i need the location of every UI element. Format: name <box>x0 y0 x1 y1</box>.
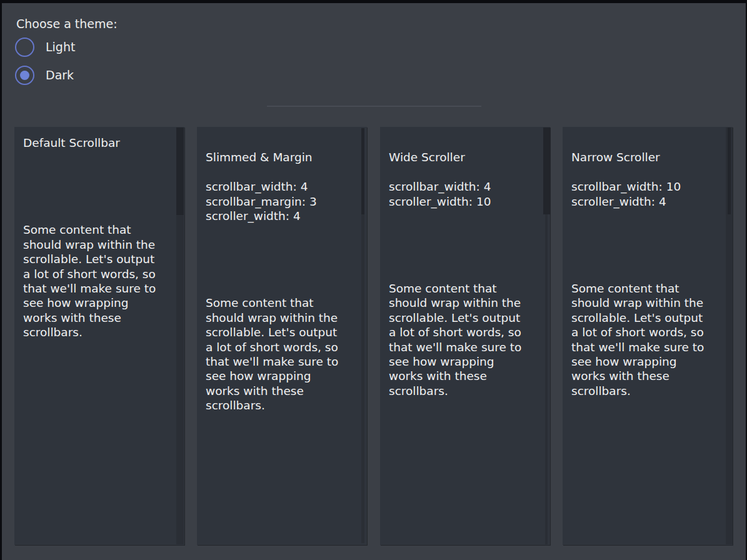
panel-content: Some content that should wrap within the… <box>389 281 531 398</box>
panel-content: Some content that should wrap within the… <box>23 222 166 339</box>
scrollbar-demo-panel-default[interactable]: Default Scrollbar Some content that shou… <box>14 127 184 545</box>
section-divider <box>267 106 481 107</box>
scrollbar-thumb[interactable] <box>543 128 550 214</box>
app-background: Choose a theme: Light Dark Default Scrol… <box>2 3 746 560</box>
radio-label-dark: Dark <box>46 68 74 82</box>
scrollbar-demo-panel-wide[interactable]: Wide Scroller scrollbar_width: 4 scrolle… <box>380 127 550 545</box>
panel-config: scrollbar_width: 10 scroller_width: 4 <box>571 180 681 208</box>
radio-option-light[interactable]: Light <box>15 37 75 57</box>
panel-title: Narrow Scroller <box>571 151 660 164</box>
radio-selected-icon[interactable] <box>15 66 34 85</box>
panel-title: Wide Scroller <box>389 151 465 164</box>
panel-content: Some content that should wrap within the… <box>206 296 348 412</box>
panel-config: scrollbar_width: 4 scroller_width: 10 <box>389 180 491 208</box>
panel-title: Slimmed & Margin <box>206 151 313 164</box>
panel-content: Some content that should wrap within the… <box>571 281 714 398</box>
scrollbar-demo-panel-narrow[interactable]: Narrow Scroller scrollbar_width: 10 scro… <box>563 127 733 545</box>
radio-label-light: Light <box>46 40 75 54</box>
radio-unselected-icon[interactable] <box>15 38 34 57</box>
radio-dot <box>20 42 29 52</box>
scrollbar-thumb[interactable] <box>361 128 364 214</box>
theme-prompt: Choose a theme: <box>16 16 118 31</box>
panel-config: scrollbar_width: 4 scrollbar_margin: 3 s… <box>206 180 317 222</box>
scrollbar-thumb[interactable] <box>176 128 184 215</box>
radio-dot <box>20 71 29 80</box>
scrollbar-demo-panel-slimmed[interactable]: Slimmed & Margin scrollbar_width: 4 scro… <box>197 127 367 545</box>
panel-title: Default Scrollbar <box>23 136 166 150</box>
scrollbar-thumb[interactable] <box>728 128 731 214</box>
radio-option-dark[interactable]: Dark <box>15 65 74 85</box>
